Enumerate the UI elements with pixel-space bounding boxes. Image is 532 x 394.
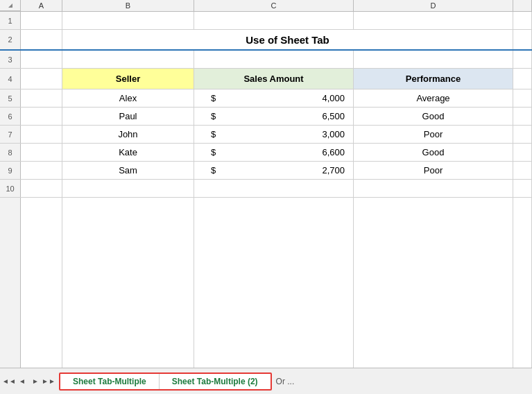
sales-amount-0: 4,000 <box>322 93 350 103</box>
sheet-tab-box: Sheet Tab-Multiple Sheet Tab-Multiple (2… <box>59 372 272 391</box>
row-10: 10 <box>0 180 532 198</box>
cell-seller-0[interactable]: Alex <box>62 89 194 107</box>
cell-perf-3[interactable]: Good <box>354 144 513 161</box>
cell-a9[interactable] <box>21 162 62 179</box>
cell-perf-1[interactable]: Good <box>354 108 513 125</box>
column-headers: A B C D <box>0 0 532 12</box>
sales-amount-3: 6,600 <box>322 147 350 157</box>
dollar-sign-3: $ <box>197 147 216 157</box>
col-header-b: B <box>62 0 194 11</box>
sales-amount-2: 3,000 <box>322 129 350 139</box>
cell-rest-4[interactable] <box>513 69 532 89</box>
tab-nav-last[interactable]: ►► <box>42 375 55 388</box>
cell-b1[interactable] <box>62 12 194 29</box>
cell-d10[interactable] <box>354 180 513 197</box>
cell-a10[interactable] <box>21 180 62 197</box>
col-header-rest <box>513 0 532 11</box>
row-num-7: 7 <box>0 126 21 143</box>
row-num-6: 6 <box>0 108 21 125</box>
cell-a6[interactable] <box>21 108 62 125</box>
row-num-10: 10 <box>0 180 21 197</box>
header-sales[interactable]: Sales Amount <box>194 69 354 89</box>
cell-sales-4[interactable]: $ 2,700 <box>194 162 354 179</box>
cell-rest-1[interactable] <box>513 12 532 29</box>
cell-rest-5[interactable] <box>513 89 532 107</box>
row-6: 6 Paul $ 6,500 Good <box>0 108 532 126</box>
cell-b10[interactable] <box>62 180 194 197</box>
dollar-sign-2: $ <box>197 129 216 139</box>
grid-body: 1 2 Use of Sheet Tab 3 4 Seller <box>0 12 532 368</box>
row-8: 8 Kate $ 6,600 Good <box>0 144 532 162</box>
cell-a3[interactable] <box>21 51 62 68</box>
cell-a1[interactable] <box>21 12 62 29</box>
row-num-8: 8 <box>0 144 21 161</box>
row-7: 7 John $ 3,000 Poor <box>0 126 532 144</box>
cell-seller-4[interactable]: Sam <box>62 162 194 179</box>
spreadsheet: A B C D 1 2 Use of Sheet Tab 3 <box>0 0 532 368</box>
more-sheets-label: Or ... <box>276 377 295 386</box>
tab-navigation: ◄◄ ◄ ► ►► <box>3 375 55 388</box>
row-num-3: 3 <box>0 51 21 68</box>
cell-c10[interactable] <box>194 180 354 197</box>
header-performance[interactable]: Performance <box>354 69 513 89</box>
sheet-tab-1[interactable]: Sheet Tab-Multiple <box>60 374 160 389</box>
dollar-sign-0: $ <box>197 93 216 103</box>
cell-a7[interactable] <box>21 126 62 143</box>
cell-rest-9[interactable] <box>513 162 532 179</box>
row-5: 5 Alex $ 4,000 Average <box>0 89 532 108</box>
cell-b3[interactable] <box>62 51 194 68</box>
cell-perf-0[interactable]: Average <box>354 89 513 107</box>
row-num-4: 4 <box>0 69 21 89</box>
cell-title[interactable]: Use of Sheet Tab <box>62 30 513 49</box>
cell-sales-2[interactable]: $ 3,000 <box>194 126 354 143</box>
cell-rest-7[interactable] <box>513 126 532 143</box>
tab-nav-first[interactable]: ◄◄ <box>3 375 15 388</box>
sales-amount-4: 2,700 <box>322 165 350 175</box>
cell-sales-3[interactable]: $ 6,600 <box>194 144 354 161</box>
cell-c1[interactable] <box>194 12 354 29</box>
cell-c3[interactable] <box>194 51 354 68</box>
tab-nav-prev[interactable]: ◄ <box>16 375 28 388</box>
row-2: 2 Use of Sheet Tab <box>0 30 532 51</box>
row-num-1: 1 <box>0 12 21 29</box>
cell-a4[interactable] <box>21 69 62 89</box>
col-header-d: D <box>354 0 513 11</box>
row-3: 3 <box>0 51 532 69</box>
row-4: 4 Seller Sales Amount Performance <box>0 69 532 89</box>
cell-a5[interactable] <box>21 89 62 107</box>
cell-rest-8[interactable] <box>513 144 532 161</box>
col-header-c: C <box>194 0 354 11</box>
corner-cell <box>0 0 21 11</box>
cell-rest-10[interactable] <box>513 180 532 197</box>
row-num-5: 5 <box>0 89 21 107</box>
sales-amount-1: 6,500 <box>322 111 350 121</box>
dollar-sign-1: $ <box>197 111 216 121</box>
row-empty <box>0 198 532 368</box>
cell-perf-2[interactable]: Poor <box>354 126 513 143</box>
cell-seller-3[interactable]: Kate <box>62 144 194 161</box>
row-num-9: 9 <box>0 162 21 179</box>
svg-marker-0 <box>8 3 12 8</box>
cell-a8[interactable] <box>21 144 62 161</box>
dollar-sign-4: $ <box>197 165 216 175</box>
cell-sales-1[interactable]: $ 6,500 <box>194 108 354 125</box>
sheet-tab-2[interactable]: Sheet Tab-Multiple (2) <box>160 374 271 389</box>
tab-nav-next[interactable]: ► <box>29 375 42 388</box>
row-9: 9 Sam $ 2,700 Poor <box>0 162 532 180</box>
cell-rest-6[interactable] <box>513 108 532 125</box>
cell-rest-2[interactable] <box>513 30 532 49</box>
row-num-empty <box>0 198 21 368</box>
cell-d3[interactable] <box>354 51 513 68</box>
tab-bar: ◄◄ ◄ ► ►► Sheet Tab-Multiple Sheet Tab-M… <box>0 368 532 394</box>
cell-perf-4[interactable]: Poor <box>354 162 513 179</box>
cell-d1[interactable] <box>354 12 513 29</box>
cell-seller-2[interactable]: John <box>62 126 194 143</box>
col-header-a: A <box>21 0 62 11</box>
row-1: 1 <box>0 12 532 30</box>
cell-sales-0[interactable]: $ 4,000 <box>194 89 354 107</box>
cell-rest-3[interactable] <box>513 51 532 68</box>
header-seller[interactable]: Seller <box>62 69 194 89</box>
row-num-2: 2 <box>0 30 21 49</box>
cell-seller-1[interactable]: Paul <box>62 108 194 125</box>
cell-a2[interactable] <box>21 30 62 49</box>
